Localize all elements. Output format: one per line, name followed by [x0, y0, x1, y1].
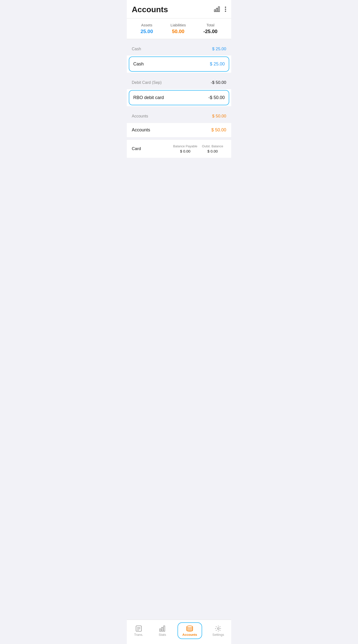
summary-total: Total -25.00 — [203, 23, 218, 34]
bottom-nav: Trans. Stats — [127, 620, 231, 644]
cash-account-name: Cash — [133, 62, 144, 67]
svg-rect-12 — [164, 626, 165, 631]
trans-label: Trans. — [134, 633, 143, 636]
rbo-account-balance: -$ 50.00 — [208, 95, 225, 100]
cash-group-label: Cash — [132, 47, 141, 51]
debit-group-label: Debit Card (Sep) — [132, 80, 162, 85]
card-section: Card Balance Payable $ 0.00 Outst. Balan… — [127, 140, 231, 158]
settings-icon — [215, 625, 222, 632]
settings-label: Settings — [212, 633, 224, 636]
card-name: Card — [132, 146, 172, 151]
summary-bar: Assets 25.00 Liabilities 50.00 Total -25… — [127, 18, 231, 39]
balance-payable-value: $ 0.00 — [180, 149, 190, 153]
balance-payable-col: Balance Payable $ 0.00 — [172, 144, 199, 153]
cash-group-value: $ 25.00 — [212, 46, 226, 52]
stats-label: Stats — [159, 633, 166, 636]
svg-rect-2 — [218, 7, 220, 12]
app-header: Accounts — [127, 0, 231, 18]
svg-point-3 — [225, 6, 226, 8]
header-actions — [214, 6, 226, 13]
assets-value: 25.00 — [140, 28, 153, 34]
summary-liabilities: Liabilities 50.00 — [171, 23, 186, 34]
rbo-account-name: RBO debit card — [133, 95, 164, 100]
total-label: Total — [207, 23, 215, 27]
svg-rect-0 — [214, 10, 216, 12]
total-value: -25.00 — [203, 28, 218, 34]
accounts-section: Accounts $ 50.00 Accounts $ 50.00 — [127, 109, 231, 137]
stats-icon — [159, 625, 166, 632]
accounts-account-balance: $ 50.00 — [211, 128, 226, 133]
accounts-nav-label: Accounts — [182, 633, 197, 636]
bar-chart-icon[interactable] — [214, 6, 221, 13]
debit-section: Debit Card (Sep) -$ 50.00 RBO debit card… — [127, 75, 231, 106]
svg-rect-10 — [160, 629, 161, 631]
cash-group-row: Cash $ 25.00 — [127, 42, 231, 56]
trans-icon — [135, 625, 142, 632]
debit-group-value: -$ 50.00 — [211, 80, 226, 85]
svg-point-13 — [187, 626, 193, 628]
svg-point-4 — [225, 8, 226, 10]
content-spacer — [127, 160, 231, 620]
cash-account-balance: $ 25.00 — [210, 62, 225, 67]
liabilities-label: Liabilities — [171, 23, 186, 27]
balance-payable-label: Balance Payable — [173, 144, 197, 148]
nav-accounts[interactable]: Accounts — [178, 622, 202, 639]
accounts-account-row[interactable]: Accounts $ 50.00 — [127, 123, 231, 137]
cash-section: Cash $ 25.00 Cash $ 25.00 — [127, 42, 231, 73]
nav-trans[interactable]: Trans. — [130, 623, 147, 638]
svg-rect-1 — [216, 8, 218, 12]
outstanding-balance-label: Outst. Balance — [202, 144, 223, 148]
rbo-account-row[interactable]: RBO debit card -$ 50.00 — [129, 90, 229, 105]
card-row[interactable]: Card Balance Payable $ 0.00 Outst. Balan… — [127, 140, 231, 158]
debit-group-row: Debit Card (Sep) -$ 50.00 — [127, 75, 231, 89]
accounts-group-label: Accounts — [132, 114, 148, 118]
accounts-icon — [186, 625, 194, 632]
page-title: Accounts — [132, 5, 168, 14]
outstanding-balance-col: Outst. Balance $ 0.00 — [199, 144, 226, 153]
svg-point-5 — [225, 10, 226, 12]
nav-settings[interactable]: Settings — [208, 623, 228, 638]
nav-stats[interactable]: Stats — [154, 623, 171, 638]
outstanding-balance-value: $ 0.00 — [207, 149, 218, 153]
cash-account-row[interactable]: Cash $ 25.00 — [129, 56, 229, 72]
accounts-group-row: Accounts $ 50.00 — [127, 109, 231, 123]
accounts-group-value: $ 50.00 — [212, 114, 226, 119]
summary-assets: Assets 25.00 — [140, 23, 153, 34]
assets-label: Assets — [141, 23, 152, 27]
accounts-account-name: Accounts — [132, 128, 150, 133]
svg-rect-11 — [162, 627, 163, 631]
svg-point-14 — [217, 628, 219, 630]
liabilities-value: 50.00 — [172, 28, 184, 34]
more-vertical-icon[interactable] — [225, 6, 226, 13]
